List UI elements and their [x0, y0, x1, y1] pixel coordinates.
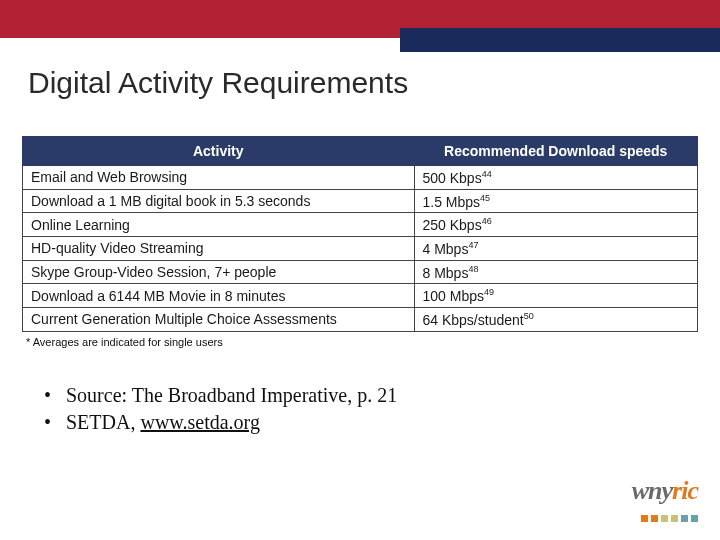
- footnote-ref: 44: [482, 169, 492, 179]
- cell-speed: 64 Kbps/student50: [414, 307, 698, 331]
- logo-dot: [681, 515, 688, 522]
- table-row: Current Generation Multiple Choice Asses…: [23, 307, 698, 331]
- footnote-ref: 45: [480, 193, 490, 203]
- header-bar: [0, 0, 720, 38]
- cell-activity: Download a 6144 MB Movie in 8 minutes: [23, 284, 415, 308]
- cell-speed: 500 Kbps44: [414, 166, 698, 190]
- footnote-ref: 48: [468, 264, 478, 274]
- logo-dot: [671, 515, 678, 522]
- cell-activity: Download a 1 MB digital book in 5.3 seco…: [23, 189, 415, 213]
- footnote-ref: 49: [484, 287, 494, 297]
- cell-speed: 4 Mbps47: [414, 236, 698, 260]
- source-text: Source: The Broadband Imperative, p. 21: [66, 384, 397, 406]
- slide-title: Digital Activity Requirements: [28, 66, 720, 100]
- table-row: HD-quality Video Streaming4 Mbps47: [23, 236, 698, 260]
- cell-activity: Email and Web Browsing: [23, 166, 415, 190]
- footnote-ref: 50: [524, 311, 534, 321]
- footnote-ref: 46: [482, 216, 492, 226]
- cell-activity: Skype Group-Video Session, 7+ people: [23, 260, 415, 284]
- wnyric-logo: wnyric: [632, 476, 698, 526]
- source-list: Source: The Broadband Imperative, p. 21 …: [44, 382, 720, 436]
- requirements-table: Activity Recommended Download speeds Ema…: [22, 136, 698, 348]
- logo-dot: [641, 515, 648, 522]
- table-row: Skype Group-Video Session, 7+ people8 Mb…: [23, 260, 698, 284]
- source-line: Source: The Broadband Imperative, p. 21: [44, 382, 720, 409]
- table-row: Download a 1 MB digital book in 5.3 seco…: [23, 189, 698, 213]
- cell-activity: HD-quality Video Streaming: [23, 236, 415, 260]
- cell-speed: 8 Mbps48: [414, 260, 698, 284]
- cell-speed: 1.5 Mbps45: [414, 189, 698, 213]
- cell-speed: 100 Mbps49: [414, 284, 698, 308]
- cell-speed: 250 Kbps46: [414, 213, 698, 237]
- table-row: Download a 6144 MB Movie in 8 minutes100…: [23, 284, 698, 308]
- col-speed: Recommended Download speeds: [414, 137, 698, 166]
- logo-text: wnyric: [632, 476, 698, 506]
- logo-dot: [691, 515, 698, 522]
- org-label: SETDA,: [66, 411, 140, 433]
- header-accent: [400, 28, 720, 52]
- logo-dot: [651, 515, 658, 522]
- cell-activity: Current Generation Multiple Choice Asses…: [23, 307, 415, 331]
- org-line: SETDA, www.setda.org: [44, 409, 720, 436]
- logo-dots: [632, 508, 698, 526]
- logo-dot: [661, 515, 668, 522]
- table-row: Email and Web Browsing500 Kbps44: [23, 166, 698, 190]
- col-activity: Activity: [23, 137, 415, 166]
- cell-activity: Online Learning: [23, 213, 415, 237]
- table-footnote: * Averages are indicated for single user…: [26, 336, 698, 348]
- org-link[interactable]: www.setda.org: [140, 411, 259, 433]
- table-row: Online Learning250 Kbps46: [23, 213, 698, 237]
- footnote-ref: 47: [468, 240, 478, 250]
